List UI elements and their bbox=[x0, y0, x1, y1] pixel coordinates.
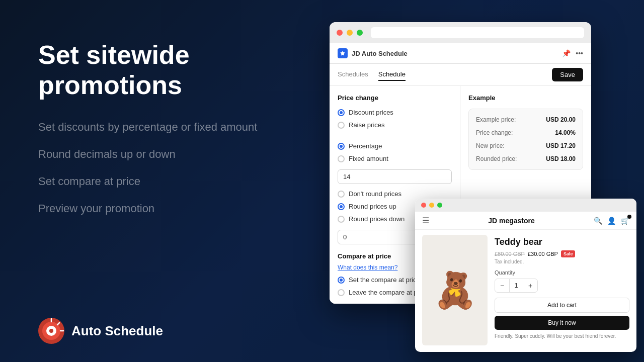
app-header: JD Auto Schedule 📌 ••• bbox=[330, 43, 591, 64]
divider-1 bbox=[338, 136, 452, 136]
example-price-value: USD 20.00 bbox=[546, 116, 576, 123]
more-icon[interactable]: ••• bbox=[576, 49, 583, 57]
product-name: Teddy bear bbox=[495, 237, 629, 247]
feature-list: Set discounts by percentage or fixed amo… bbox=[38, 121, 315, 215]
raise-prices-label: Raise prices bbox=[349, 121, 385, 129]
svg-point-3 bbox=[49, 329, 53, 333]
rounded-price-label: Rounded price: bbox=[476, 155, 517, 162]
round-down-label: Round prices down bbox=[349, 215, 405, 223]
percentage-option[interactable]: Percentage bbox=[338, 142, 452, 150]
original-price: £80.00 GBP bbox=[495, 251, 525, 257]
store-header: ☰ JD megastore 🔍 👤 🛒 bbox=[415, 212, 636, 230]
brand-name: JD Auto Schedule bbox=[352, 50, 408, 57]
titlebar-url bbox=[371, 27, 584, 38]
tax-note: Tax included. bbox=[495, 259, 629, 264]
amount-type-group: Percentage Fixed amount bbox=[338, 142, 452, 162]
fixed-amount-radio[interactable] bbox=[338, 155, 345, 162]
store-search-icon[interactable]: 🔍 bbox=[594, 217, 602, 225]
main-title: Set sitewidepromotions bbox=[38, 40, 315, 101]
raise-prices-radio[interactable] bbox=[338, 122, 345, 129]
qty-increase[interactable]: + bbox=[523, 279, 537, 292]
price-change-label: Price change: bbox=[476, 129, 513, 136]
price-change-row: Price change: 14.00% bbox=[476, 129, 576, 136]
round-down-radio[interactable] bbox=[338, 216, 345, 223]
leave-compare-radio[interactable] bbox=[338, 289, 345, 296]
tl-red[interactable] bbox=[337, 30, 343, 36]
store-tl-red[interactable] bbox=[421, 203, 426, 208]
feature-item-3: Set compare at price bbox=[38, 175, 315, 188]
store-tl-yellow[interactable] bbox=[429, 203, 434, 208]
discount-prices-option[interactable]: Discount prices bbox=[338, 109, 452, 116]
example-price-label: Example price: bbox=[476, 116, 516, 123]
feature-item-1: Set discounts by percentage or fixed amo… bbox=[38, 121, 315, 134]
add-to-cart-button[interactable]: Add to cart bbox=[495, 298, 629, 313]
store-window: ☰ JD megastore 🔍 👤 🛒 🧸 Teddy bear £80.00… bbox=[415, 199, 636, 352]
logo-icon bbox=[38, 318, 64, 344]
percentage-input[interactable] bbox=[338, 169, 452, 184]
new-price-row: New price: USD 17.20 bbox=[476, 142, 576, 149]
store-icons: 🔍 👤 🛒 bbox=[594, 217, 629, 225]
left-panel: Set sitewidepromotions Set discounts by … bbox=[38, 40, 315, 215]
dont-round-option[interactable]: Don't round prices bbox=[338, 190, 452, 198]
window-titlebar bbox=[330, 22, 591, 43]
buy-now-button[interactable]: Buy it now bbox=[495, 316, 629, 330]
store-account-icon[interactable]: 👤 bbox=[607, 217, 616, 225]
qty-label: Quantity bbox=[495, 269, 629, 276]
rounded-price-row: Rounded price: USD 18.00 bbox=[476, 155, 576, 162]
product-image-area: 🧸 bbox=[422, 235, 488, 345]
example-price-row: Example price: USD 20.00 bbox=[476, 116, 576, 123]
price-change-value: 14.00% bbox=[555, 129, 576, 136]
price-row: £80.00 GBP £30.00 GBP Sale bbox=[495, 250, 629, 257]
app-nav: Schedules Schedule Save bbox=[330, 64, 591, 86]
nav-tabs: Schedules Schedule bbox=[338, 68, 406, 81]
fixed-amount-label: Fixed amount bbox=[349, 155, 388, 162]
current-price: £30.00 GBP bbox=[528, 251, 558, 257]
tl-green[interactable] bbox=[357, 30, 363, 36]
tl-yellow[interactable] bbox=[347, 30, 353, 36]
rounded-price-value: USD 18.00 bbox=[546, 155, 576, 162]
logo-area: Auto Schedule bbox=[38, 318, 163, 344]
percentage-radio[interactable] bbox=[338, 143, 345, 150]
app-brand-icon bbox=[338, 48, 348, 58]
dont-round-radio[interactable] bbox=[338, 191, 345, 198]
discount-type-group: Discount prices Raise prices bbox=[338, 109, 452, 129]
qty-control: − 1 + bbox=[495, 279, 538, 293]
sale-badge: Sale bbox=[561, 250, 576, 257]
store-cart-icon[interactable]: 🛒 bbox=[621, 217, 629, 225]
store-content: 🧸 Teddy bear £80.00 GBP £30.00 GBP Sale … bbox=[415, 230, 636, 350]
new-price-value: USD 17.20 bbox=[546, 142, 576, 149]
tab-schedules[interactable]: Schedules bbox=[338, 68, 368, 81]
price-change-title: Price change bbox=[338, 94, 452, 102]
new-price-label: New price: bbox=[476, 142, 505, 149]
round-up-radio[interactable] bbox=[338, 203, 345, 210]
example-card: Example price: USD 20.00 Price change: 1… bbox=[468, 109, 583, 170]
logo-text: Auto Schedule bbox=[71, 323, 163, 339]
feature-item-2: Round decimals up or down bbox=[38, 148, 315, 161]
product-info: Teddy bear £80.00 GBP £30.00 GBP Sale Ta… bbox=[495, 235, 629, 345]
example-title: Example bbox=[468, 94, 583, 102]
raise-prices-option[interactable]: Raise prices bbox=[338, 121, 452, 129]
teddy-bear-image: 🧸 bbox=[422, 235, 488, 345]
discount-prices-radio[interactable] bbox=[338, 109, 345, 116]
feature-item-4: Preview your promotion bbox=[38, 202, 315, 215]
store-tl-green[interactable] bbox=[437, 203, 442, 208]
round-up-label: Round prices up bbox=[349, 203, 396, 210]
store-titlebar bbox=[415, 199, 636, 212]
set-compare-radio[interactable] bbox=[338, 277, 345, 284]
cart-badge bbox=[627, 215, 631, 219]
dont-round-label: Don't round prices bbox=[349, 190, 401, 198]
tab-schedule[interactable]: Schedule bbox=[378, 68, 406, 81]
menu-icon[interactable]: ☰ bbox=[422, 216, 429, 225]
qty-value: 1 bbox=[509, 279, 523, 292]
percentage-label: Percentage bbox=[349, 142, 382, 150]
qty-decrease[interactable]: − bbox=[495, 279, 509, 292]
store-name: JD megastore bbox=[488, 217, 535, 225]
product-description: Friendly. Super cuddly. Will be your bes… bbox=[495, 333, 629, 340]
save-button[interactable]: Save bbox=[552, 68, 583, 81]
app-header-actions: 📌 ••• bbox=[562, 49, 583, 57]
fixed-amount-option[interactable]: Fixed amount bbox=[338, 155, 452, 162]
pin-icon[interactable]: 📌 bbox=[562, 49, 571, 57]
app-brand: JD Auto Schedule bbox=[338, 48, 408, 58]
discount-prices-label: Discount prices bbox=[349, 109, 393, 116]
